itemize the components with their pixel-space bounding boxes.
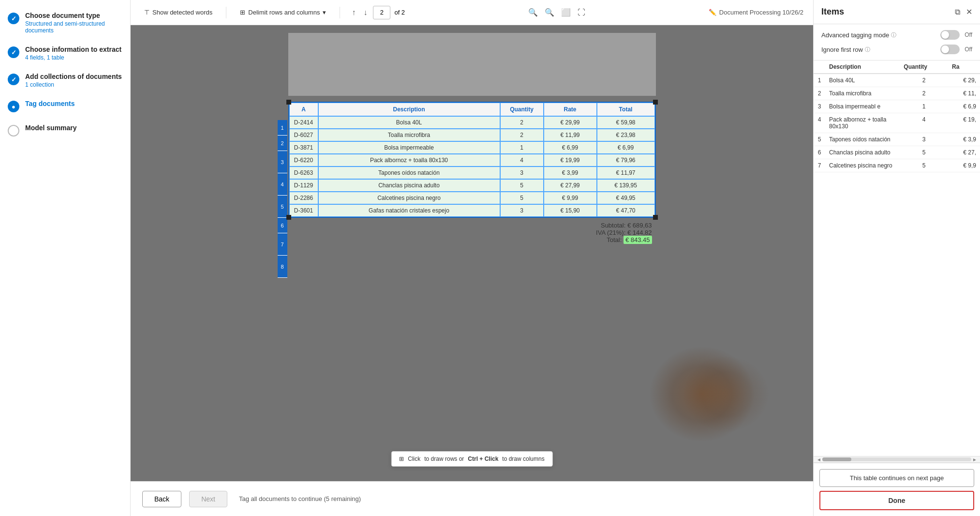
row-desc-2: Toalla microfibra <box>825 87 900 100</box>
done-button[interactable]: Done <box>819 491 974 510</box>
row-rate-2: € 11, <box>948 87 980 100</box>
step1-subtitle: Structured and semi-structured documents <box>25 20 122 34</box>
row-rate-5: € 3,9 <box>948 133 980 146</box>
scroll-left-button[interactable]: ◄ <box>816 457 822 462</box>
items-table-header-row: Description Quantity Ra <box>814 61 980 74</box>
chevron-down-icon: ▾ <box>323 9 326 16</box>
zoom-in-button[interactable]: 🔍 <box>543 6 556 19</box>
row-rate-3: € 6,9 <box>948 100 980 113</box>
sidebar-item-step1[interactable]: ✓ Choose document type Structured and se… <box>8 12 122 34</box>
row-rate-6: € 27, <box>948 146 980 159</box>
cell-desc-7: Calcetines piscina negro <box>318 192 500 204</box>
text-icon: ⊤ <box>144 9 149 16</box>
step1-title: Choose document type <box>25 12 122 19</box>
row-qty-2: 2 <box>900 87 948 100</box>
back-button[interactable]: Back <box>142 491 181 507</box>
selection-handle-br[interactable] <box>653 215 658 220</box>
row-desc-6: Chanclas piscina adulto <box>825 146 900 159</box>
row-num-1: 1 <box>814 74 825 87</box>
scroll-right-button[interactable]: ► <box>971 457 978 462</box>
page-input[interactable] <box>373 6 390 19</box>
cell-a-1: D-2414 <box>289 116 318 129</box>
ignore-first-state: Off <box>965 46 972 53</box>
cell-a-5: D-6263 <box>289 167 318 179</box>
advanced-tagging-toggle[interactable] <box>940 30 960 40</box>
scrollbar-track[interactable] <box>822 457 971 461</box>
table-row: D-6027 Toalla microfibra 2 € 11,99 € 23,… <box>289 129 655 141</box>
table-continues-button[interactable]: This table continues on next page <box>819 469 974 487</box>
document-totals: Subtotal: € 689,63 IVA (21%): € 144,82 T… <box>288 218 656 243</box>
fullscreen-button[interactable]: ⛶ <box>576 6 587 19</box>
cell-total-1: € 59,98 <box>597 116 655 129</box>
cell-desc-8: Gafas natación cristales espejo <box>318 204 500 217</box>
tooltip-text2: to draw rows or <box>424 455 464 462</box>
right-panel-toggles: Advanced tagging mode ⓘ Off Ignore first… <box>814 24 980 61</box>
document-viewer[interactable]: 1 2 3 4 5 6 7 8 A Description Quantity <box>131 25 813 481</box>
row-desc-7: Calcetines piscina negro <box>825 159 900 172</box>
table-row: D-2414 Bolsa 40L 2 € 29,99 € 59,98 <box>289 116 655 129</box>
tooltip-ctrl: Ctrl + Click <box>468 455 498 462</box>
next-page-button[interactable]: ↓ <box>361 6 369 19</box>
cell-qty-5: 3 <box>500 167 544 179</box>
cell-a-2: D-6027 <box>289 129 318 141</box>
row-number-labels: 1 2 3 4 5 6 7 8 <box>278 120 287 278</box>
zoom-out-button[interactable]: 🔍 <box>526 6 540 19</box>
row-label-4: 4 <box>278 173 287 196</box>
items-table-row: 4 Pack albornoz + toalla 80x130 4 € 19, <box>814 113 980 133</box>
row-num-6: 6 <box>814 146 825 159</box>
step4-title: Tag documents <box>25 100 74 107</box>
row-label-6: 6 <box>278 218 287 233</box>
ignore-first-toggle-area[interactable]: Off <box>940 45 972 54</box>
cell-rate-3: € 6,99 <box>544 141 597 154</box>
sidebar-item-step3[interactable]: ✓ Add collections of documents 1 collect… <box>8 73 122 88</box>
row-qty-4: 4 <box>900 113 948 133</box>
row-desc-5: Tapones oídos natación <box>825 133 900 146</box>
cell-desc-2: Toalla microfibra <box>318 129 500 141</box>
cell-total-3: € 6,99 <box>597 141 655 154</box>
step3-content: Add collections of documents 1 collectio… <box>25 73 122 88</box>
col-description-header: Description <box>825 61 900 74</box>
row-desc-1: Bolsa 40L <box>825 74 900 87</box>
selection-handle-tr[interactable] <box>653 100 658 105</box>
sidebar-item-step2[interactable]: ✓ Choose information to extract 4 fields… <box>8 46 122 61</box>
step2-title: Choose information to extract <box>25 46 121 53</box>
show-words-button[interactable]: ⊤ Show detected words <box>140 7 216 18</box>
coffee-stain <box>649 346 755 442</box>
maximize-button[interactable]: ⧉ <box>955 7 960 16</box>
row-qty-5: 3 <box>900 133 948 146</box>
scrollbar-thumb[interactable] <box>822 457 851 461</box>
advanced-tagging-toggle-area[interactable]: Off <box>940 30 972 40</box>
doc-processing-text: Document Processing 10/26/2 <box>719 9 803 16</box>
step2-subtitle: 4 fields, 1 table <box>25 54 121 61</box>
show-words-label: Show detected words <box>152 9 212 16</box>
delimit-button[interactable]: ⊞ Delimit rows and columns ▾ <box>236 7 330 18</box>
horizontal-scrollbar[interactable]: ◄ ► <box>814 456 980 463</box>
col-rate-header: Ra <box>948 61 980 74</box>
cell-desc-6: Chanclas piscina adulto <box>318 179 500 192</box>
ignore-first-toggle[interactable] <box>940 45 960 54</box>
sidebar-item-step5[interactable]: Model summary <box>8 124 122 137</box>
close-button[interactable]: ✕ <box>966 7 972 16</box>
fit-page-button[interactable]: ⬜ <box>559 6 573 19</box>
row-rate-1: € 29, <box>948 74 980 87</box>
selection-handle-bl[interactable] <box>286 215 291 220</box>
right-panel-title: Items <box>821 7 844 17</box>
table-row: D-6263 Tapones oídos natación 3 € 3,99 €… <box>289 167 655 179</box>
selection-handle-tl[interactable] <box>286 100 291 105</box>
prev-page-button[interactable]: ↑ <box>350 6 357 19</box>
toolbar-sep1 <box>226 7 226 18</box>
row-qty-1: 2 <box>900 74 948 87</box>
cell-total-6: € 139,95 <box>597 179 655 192</box>
sidebar-item-step4[interactable]: ● Tag documents <box>8 100 122 112</box>
step3-icon: ✓ <box>8 74 19 85</box>
cell-a-8: D-3601 <box>289 204 318 217</box>
cell-total-8: € 47,70 <box>597 204 655 217</box>
step3-title: Add collections of documents <box>25 73 122 80</box>
col-header-rate: Rate <box>544 103 597 116</box>
row-label-3: 3 <box>278 151 287 173</box>
items-table-row: 5 Tapones oídos natación 3 € 3,9 <box>814 133 980 146</box>
items-table-row: 2 Toalla microfibra 2 € 11, <box>814 87 980 100</box>
cell-a-4: D-6220 <box>289 154 318 167</box>
cell-rate-5: € 3,99 <box>544 167 597 179</box>
step1-icon: ✓ <box>8 13 19 24</box>
